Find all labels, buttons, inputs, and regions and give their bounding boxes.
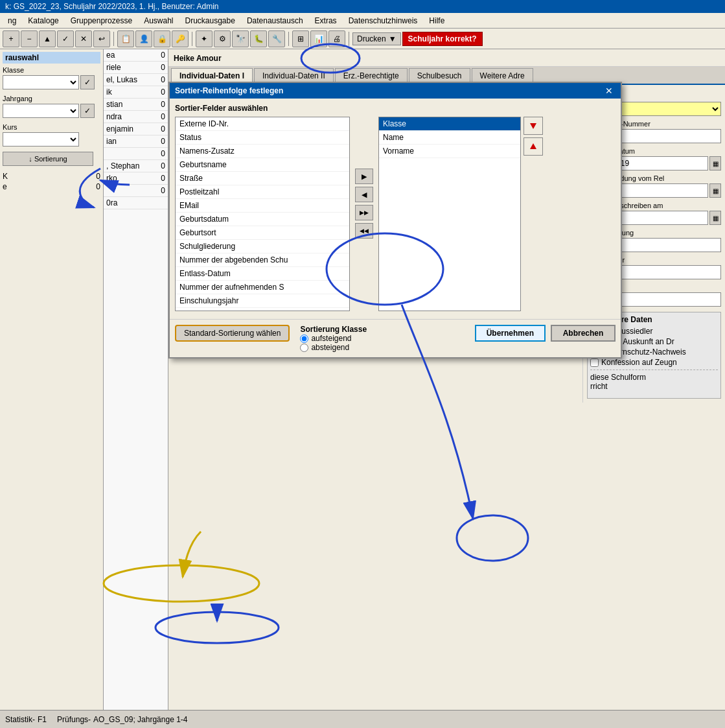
menu-gruppenprozesse[interactable]: Gruppenprozesse [65,15,137,27]
sidebar-kurs-select[interactable] [3,132,79,147]
drucken-label: Drucken [357,34,386,43]
student-name-5: ndra [106,112,122,121]
student-row-1[interactable]: riele 0 [104,62,168,74]
toolbar-undo-btn[interactable]: ↩ [93,30,110,47]
student-row-5[interactable]: ndra 0 [104,111,168,123]
move-all-right-btn[interactable]: ▶▶ [355,205,373,220]
toolbar-chart-btn[interactable]: 📊 [310,30,327,47]
menu-kataloge[interactable]: Kataloge [23,15,63,27]
menu-datenschutz[interactable]: Datenschutzhinweis [343,15,423,27]
drucken-arrow: ▼ [389,34,397,43]
student-list-item-K[interactable]: K0 [3,171,100,182]
radio-absteigend[interactable] [300,344,308,352]
student-row-7[interactable]: ian 0 [104,135,168,148]
radio-aufsteigend[interactable] [300,335,308,343]
sidebar-klasse-select[interactable] [3,75,79,89]
right-list-item-2[interactable]: Vorname [379,145,520,158]
move-right-btn[interactable]: ▶ [355,169,373,184]
ab-anmeldung-calendar-btn[interactable]: ▦ [709,183,721,198]
student-count-2: 0 [161,75,165,84]
right-list-item-0[interactable]: Klasse [379,117,520,131]
left-list-item-13[interactable]: Einschulungsjahr [176,294,349,308]
student-list-item-e[interactable]: e0 [3,182,100,192]
abbrechen-btn[interactable]: Abbrechen [551,325,616,342]
left-list-item-0[interactable]: Externe ID-Nr. [176,117,349,131]
student-count-1: 0 [161,63,165,72]
left-list-item-2[interactable]: Namens-Zusatz [176,145,349,158]
menu-ng[interactable]: ng [3,15,21,27]
menu-extras[interactable]: Extras [310,15,342,27]
student-row-6[interactable]: enjamin 0 [104,123,168,135]
move-left-btn[interactable]: ◀ [355,187,373,202]
menu-druckausgabe[interactable]: Druckausgabe [179,15,240,27]
item-count-K: 0 [96,172,100,181]
left-list-item-3[interactable]: Geburtsname [176,158,349,172]
toolbar-check-btn[interactable]: ✓ [57,30,74,47]
sort-down-btn[interactable] [524,117,543,135]
right-list-item-1[interactable]: Name [379,131,520,145]
toolbar-person-btn[interactable]: 👤 [135,30,152,47]
drucken-button[interactable]: Drucken ▼ [352,32,401,45]
move-all-left-btn[interactable]: ◀◀ [355,223,373,239]
standard-sortierung-btn[interactable]: Standard-Sortierung wählen [175,325,290,342]
left-list-item-5[interactable]: Postleitzahl [176,185,349,199]
toolbar-tool-btn[interactable]: 🔧 [268,30,285,47]
student-row-2[interactable]: el, Lukas 0 [104,74,168,86]
checkbox-konfession-input[interactable] [590,358,599,367]
left-list-item-11[interactable]: Entlass-Datum [176,267,349,281]
left-list-item-1[interactable]: Status [176,131,349,145]
toolbar-sep-1 [113,32,114,46]
radio-aufsteigend-label: aufsteigend [311,334,351,343]
schuljahr-button[interactable]: Schuljahr korrekt? [402,32,483,46]
sidebar-jahrgang-select[interactable] [3,104,79,118]
toolbar-up-btn[interactable]: ▲ [39,30,56,47]
toolbar-copy-btn[interactable]: 📋 [117,30,134,47]
uebernehmen-btn[interactable]: Übernehmen [475,325,546,342]
student-count-4: 0 [161,100,165,109]
student-count-5: 0 [161,112,165,121]
toolbar-add-btn[interactable]: + [3,30,19,47]
student-row-12[interactable]: 0ra [104,197,168,209]
left-list-item-9[interactable]: Schulgliederung [176,240,349,253]
student-count-7: 0 [161,137,165,146]
toolbar-bug-btn[interactable]: 🐛 [250,30,267,47]
toolbar-binoculars-btn[interactable]: 🔭 [232,30,249,47]
anmeldedatum-calendar-btn[interactable]: ▦ [709,156,721,170]
student-row-3[interactable]: ik 0 [104,86,168,99]
sidebar-sort-btn[interactable]: ↓ Sortierung [3,152,93,166]
student-row-4[interactable]: stian 0 [104,99,168,111]
student-row-0[interactable]: ea 0 [104,49,168,62]
toolbar-star2-btn[interactable]: ⚙ [214,30,231,47]
toolbar-grid-btn[interactable]: ⊞ [292,30,309,47]
sidebar-jahrgang-check[interactable]: ✓ [80,104,95,118]
left-list-item-6[interactable]: EMail [176,199,349,213]
student-row-8[interactable]: 0 [104,148,168,160]
toolbar-star1-btn[interactable]: ✦ [196,30,213,47]
sort-up-btn[interactable] [524,137,543,156]
toolbar-print2-btn[interactable]: 🖨 [328,30,345,47]
sort-ud-buttons [524,117,543,156]
student-name-2: el, Lukas [106,75,137,84]
sidebar-klasse-check[interactable]: ✓ [80,75,95,89]
left-list-item-10[interactable]: Nummer der abgebenden Schu [176,253,349,267]
student-row-9[interactable]: , Stephan 0 [104,160,168,172]
student-row-11[interactable]: 0 [104,185,168,197]
left-list-item-12[interactable]: Nummer der aufnehmenden S [176,281,349,294]
toolbar-key-btn[interactable]: 🔑 [172,30,189,47]
toolbar-lock-btn[interactable]: 🔒 [154,30,170,47]
statistik-value: F1 [38,715,47,724]
dialog-close-btn[interactable]: ✕ [603,86,616,96]
left-list-item-14[interactable]: Geschlecht [176,308,349,311]
menu-auswahl[interactable]: Auswahl [139,15,178,27]
left-list-item-4[interactable]: Straße [176,172,349,185]
letztes-anschreiben-calendar-btn[interactable]: ▦ [709,211,721,225]
left-list-item-8[interactable]: Geburtsort [176,226,349,240]
sort-dialog: Sortier-Reihenfolge festlegen ✕ Sortier-… [168,82,622,358]
student-row-10[interactable]: rko 0 [104,172,168,185]
menu-datenaustausch[interactable]: Datenaustausch [242,15,308,27]
menu-hilfe[interactable]: Hilfe [424,15,450,27]
toolbar-remove-btn[interactable]: − [21,30,38,47]
left-list-item-7[interactable]: Geburtsdatum [176,213,349,226]
toolbar-x-btn[interactable]: ✕ [75,30,92,47]
sidebar-title: rauswahl [3,52,100,64]
